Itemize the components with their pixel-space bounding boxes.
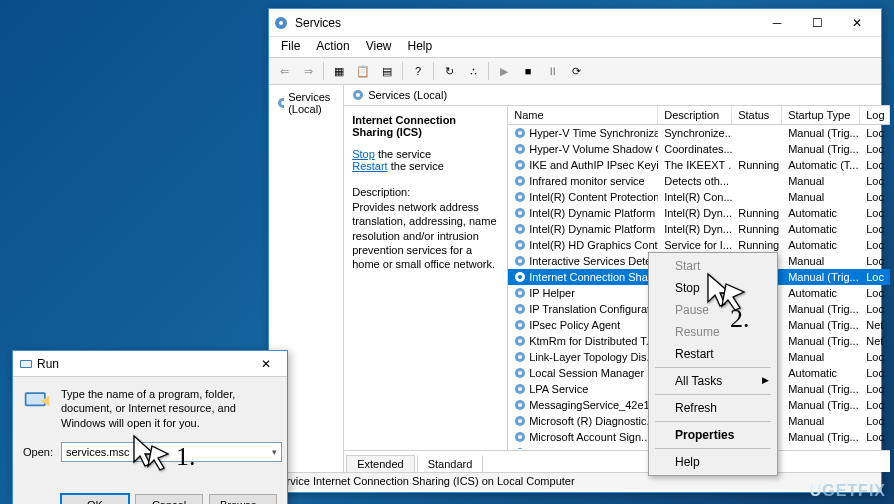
maximize-button[interactable]: ☐	[797, 11, 837, 35]
open-label: Open:	[23, 446, 53, 458]
ctx-help[interactable]: Help	[651, 451, 775, 473]
gear-icon	[514, 207, 526, 219]
service-row[interactable]: Hyper-V Time Synchronizat...Synchronize.…	[508, 125, 890, 141]
desc-label: Description:	[352, 186, 499, 198]
watermark: UUGETFIXGETFIX	[810, 482, 886, 500]
col-name[interactable]: Name	[508, 106, 658, 124]
service-row[interactable]: Hyper-V Volume Shadow C...Coordinates...…	[508, 141, 890, 157]
ctx-start: Start	[651, 255, 775, 277]
tab-extended[interactable]: Extended	[346, 455, 414, 472]
svg-point-9	[518, 147, 522, 151]
run-title: Run	[37, 357, 251, 371]
menu-action[interactable]: Action	[308, 37, 357, 57]
col-description[interactable]: Description	[658, 106, 732, 124]
ctx-properties[interactable]: Properties	[651, 424, 775, 446]
run-titlebar: Run ✕	[13, 351, 287, 377]
minimize-button[interactable]: ─	[757, 11, 797, 35]
export-button[interactable]: 📋	[352, 60, 374, 82]
properties-button[interactable]: ▤	[376, 60, 398, 82]
svg-point-27	[518, 291, 522, 295]
statusbar: service Internet Connection Sharing (ICS…	[269, 472, 881, 490]
col-log[interactable]: Log	[860, 106, 890, 124]
gear-icon	[277, 97, 284, 109]
menu-view[interactable]: View	[358, 37, 400, 57]
svg-rect-49	[21, 361, 31, 367]
desc-text: Provides network address translation, ad…	[352, 200, 499, 271]
ctx-stop[interactable]: Stop	[651, 277, 775, 299]
refresh-button[interactable]: ↻	[438, 60, 460, 82]
services-window: Services ─ ☐ ✕ File Action View Help ⇐ ⇒…	[268, 8, 882, 493]
svg-point-29	[518, 307, 522, 311]
menu-file[interactable]: File	[273, 37, 308, 57]
selected-service-name: Internet Connection Sharing (ICS)	[352, 114, 499, 138]
ok-button[interactable]: OK	[61, 494, 129, 504]
ctx-pause: Pause	[651, 299, 775, 321]
ctx-all-tasks[interactable]: All Tasks▶	[651, 370, 775, 392]
gear-icon	[514, 239, 526, 251]
service-row[interactable]: IKE and AuthIP IPsec Keying...The IKEEXT…	[508, 157, 890, 173]
service-row[interactable]: Infrared monitor serviceDetects oth...Ma…	[508, 173, 890, 189]
col-startup[interactable]: Startup Type	[782, 106, 860, 124]
gear-icon	[514, 191, 526, 203]
show-hide-button[interactable]: ▦	[328, 60, 350, 82]
svg-point-25	[518, 275, 522, 279]
restart-service-button[interactable]: ⟳	[565, 60, 587, 82]
context-menu: StartStopPauseResumeRestartAll Tasks▶Ref…	[648, 252, 778, 476]
menubar: File Action View Help	[269, 37, 881, 57]
export-list-button[interactable]: ⛬	[462, 60, 484, 82]
run-close-button[interactable]: ✕	[251, 354, 281, 374]
toolbar: ⇐ ⇒ ▦ 📋 ▤ ? ↻ ⛬ ▶ ■ ⏸ ⟳	[269, 57, 881, 85]
svg-point-33	[518, 339, 522, 343]
svg-point-23	[518, 259, 522, 263]
svg-point-15	[518, 195, 522, 199]
gear-icon	[514, 367, 526, 379]
svg-point-7	[518, 131, 522, 135]
gear-icon	[514, 223, 526, 235]
svg-point-37	[518, 371, 522, 375]
svg-rect-51	[27, 394, 45, 405]
forward-button: ⇒	[297, 60, 319, 82]
gear-icon	[352, 89, 364, 101]
right-header: Services (Local)	[344, 85, 890, 106]
svg-point-21	[518, 243, 522, 247]
cancel-button[interactable]: Cancel	[135, 494, 203, 504]
service-row[interactable]: Intel(R) Dynamic Platform a...Intel(R) D…	[508, 221, 890, 237]
start-service-button[interactable]: ▶	[493, 60, 515, 82]
service-row[interactable]: Intel(R) Content Protection ...Intel(R) …	[508, 189, 890, 205]
tab-standard[interactable]: Standard	[417, 455, 484, 472]
svg-point-1	[279, 21, 283, 25]
svg-point-35	[518, 355, 522, 359]
ctx-refresh[interactable]: Refresh	[651, 397, 775, 419]
back-button: ⇐	[273, 60, 295, 82]
gear-icon	[514, 127, 526, 139]
svg-point-19	[518, 227, 522, 231]
col-status[interactable]: Status	[732, 106, 782, 124]
svg-point-13	[518, 179, 522, 183]
service-row[interactable]: Intel(R) HD Graphics Contro...Service fo…	[508, 237, 890, 253]
window-title: Services	[295, 16, 757, 30]
stop-link[interactable]: Stop	[352, 148, 375, 160]
run-dialog: Run ✕ Type the name of a program, folder…	[12, 350, 288, 504]
restart-link[interactable]: Restart	[352, 160, 387, 172]
gear-icon	[514, 335, 526, 347]
gear-icon	[514, 351, 526, 363]
service-row[interactable]: Intel(R) Dynamic Platform a...Intel(R) D…	[508, 205, 890, 221]
browse-button[interactable]: Browse...	[209, 494, 277, 504]
services-icon	[273, 15, 289, 31]
help-button[interactable]: ?	[407, 60, 429, 82]
tree-root[interactable]: Services (Local)	[273, 89, 339, 117]
svg-point-31	[518, 323, 522, 327]
run-input[interactable]	[61, 442, 282, 462]
tabs: Extended Standard	[344, 450, 890, 472]
gear-icon	[514, 255, 526, 267]
gear-icon	[514, 399, 526, 411]
ctx-restart[interactable]: Restart	[651, 343, 775, 365]
pause-service-button[interactable]: ⏸	[541, 60, 563, 82]
run-program-icon	[23, 387, 51, 415]
stop-service-button[interactable]: ■	[517, 60, 539, 82]
close-button[interactable]: ✕	[837, 11, 877, 35]
titlebar: Services ─ ☐ ✕	[269, 9, 881, 37]
menu-help[interactable]: Help	[400, 37, 441, 57]
dropdown-icon[interactable]: ▾	[272, 447, 277, 457]
detail-panel: Internet Connection Sharing (ICS) Stop t…	[344, 106, 508, 450]
